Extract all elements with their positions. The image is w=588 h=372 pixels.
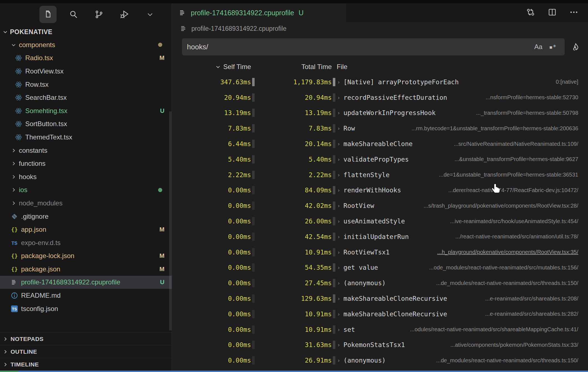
expand-chevron-icon[interactable]: ›	[338, 172, 339, 178]
file-location-link[interactable]: ...ive-reanimated/src/hook/useAnimatedSt…	[442, 218, 578, 225]
file-location-link[interactable]: 0:[native]	[548, 79, 578, 85]
explorer-icon[interactable]	[39, 6, 57, 23]
profile-row[interactable]: 0.00ms42.02ms›RootView...s/trash_playgro…	[172, 198, 588, 213]
file-location-link[interactable]: ...rm.bytecode=1&unstable_transformProfi…	[403, 125, 578, 132]
tree-item-tsconfig-json[interactable]: TStsconfig.json	[0, 302, 172, 315]
profile-row[interactable]: 347.63ms1,179.83ms›[Native] arrayPrototy…	[172, 74, 588, 90]
tree-item-app-json[interactable]: {}app.jsonM	[0, 223, 172, 236]
tree-item-rootview-tsx[interactable]: RootView.tsx	[0, 65, 172, 78]
file-location-link[interactable]: ...de_modules/react-native-reanimated/sr…	[428, 357, 578, 364]
file-location-link[interactable]: ...de_modules/react-native-reanimated/sr…	[428, 280, 578, 286]
file-location-link[interactable]: ...nsformProfile=hermes-stable:52730	[477, 94, 578, 101]
profile-row[interactable]: 7.83ms7.83ms›Row...rm.bytecode=1&unstabl…	[172, 121, 588, 136]
expand-chevron-icon[interactable]: ›	[338, 357, 339, 363]
file-location-link[interactable]: ..._transformProfile=hermes-stable:50798	[468, 110, 578, 116]
file-location-link[interactable]: ...&unstable_transformProfile=hermes-sta…	[446, 156, 578, 162]
expand-chevron-icon[interactable]: ›	[338, 327, 339, 333]
expand-chevron-icon[interactable]: ›	[338, 218, 339, 224]
tree-item-package-lock-json[interactable]: {}package-lock.jsonM	[0, 249, 172, 263]
profile-row[interactable]: 0.00ms31.63ms›PokemonStatsTsx1...ative/c…	[172, 337, 588, 353]
expand-chevron-icon[interactable]: ›	[338, 141, 339, 147]
regex-toggle[interactable]: ▪*	[546, 42, 560, 52]
tree-item-ios[interactable]: ios	[0, 184, 172, 197]
file-location-link[interactable]: ...e-reanimated/src/shareables.ts:282/	[477, 311, 578, 317]
profile-row[interactable]: 6.44ms20.14ms›makeShareableClone...src/N…	[172, 136, 588, 152]
profile-row[interactable]: 5.40ms5.40ms›validatePropTypes...&unstab…	[172, 152, 588, 167]
expand-chevron-icon[interactable]: ›	[338, 280, 339, 286]
expand-chevron-icon[interactable]: ›	[338, 249, 339, 255]
filter-input[interactable]	[187, 43, 531, 51]
tree-item-row-tsx[interactable]: Row.tsx	[0, 78, 172, 91]
tree-item-searchbar-tsx[interactable]: SearchBar.tsx	[0, 91, 172, 104]
column-header-self-time[interactable]: Self Time	[172, 63, 251, 71]
file-location-link[interactable]: ...s/trash_playground/pokenative/compone…	[415, 203, 578, 209]
profile-row[interactable]: 0.00ms42.54ms›initialUpdaterRun.../react…	[172, 229, 588, 244]
profile-row[interactable]: 0.00ms26.91ms›executeOnUIRuntimeSync...t…	[172, 368, 588, 371]
profile-row[interactable]: 0.00ms10.91ms›makeShareableCloneRecursiv…	[172, 306, 588, 322]
chevron-down-icon[interactable]	[141, 6, 159, 23]
profile-row[interactable]: 0.00ms26.00ms›useAnimatedStyle...ive-rea…	[172, 213, 588, 229]
expand-chevron-icon[interactable]: ›	[338, 311, 339, 317]
tab-cpuprofile[interactable]: profile-1741689314922.cpuprofile U	[172, 3, 346, 22]
column-header-file[interactable]: File	[336, 63, 588, 71]
tree-item-constants[interactable]: constants	[0, 144, 172, 157]
expand-chevron-icon[interactable]: ›	[338, 342, 339, 348]
profile-row[interactable]: 0.00ms10.91ms›set...odules/react-native-…	[172, 322, 588, 337]
profile-row[interactable]: 20.94ms20.94ms›recordPassiveEffectDurati…	[172, 90, 588, 105]
tree-item-readme-md[interactable]: README.md	[0, 289, 172, 302]
open-changes-icon[interactable]	[526, 7, 535, 18]
file-location-link[interactable]: ...derer/react-native-74-77/ReactFabric-…	[440, 187, 578, 193]
section-outline[interactable]: OUTLINE	[0, 345, 172, 358]
section-notepads[interactable]: NOTEPADS	[0, 332, 172, 345]
expand-chevron-icon[interactable]: ›	[338, 110, 339, 116]
more-actions-icon[interactable]	[569, 7, 579, 18]
sidebar-scrollbar[interactable]	[169, 111, 172, 330]
profile-row[interactable]: 13.19ms13.19ms›updateWorkInProgressHook.…	[172, 105, 588, 121]
source-control-icon[interactable]	[90, 6, 108, 23]
split-editor-icon[interactable]	[548, 7, 557, 18]
tree-item-themedtext-tsx[interactable]: ThemedText.tsx	[0, 131, 172, 144]
file-location-link[interactable]: ...odules/react-native-reanimated/src/sh…	[402, 326, 578, 333]
expand-chevron-icon[interactable]: ›	[338, 203, 339, 209]
profile-row[interactable]: 2.22ms2.22ms›flattenStyle...de=1&unstabl…	[172, 167, 588, 183]
file-location-link[interactable]: ...src/NativeReanimated/NativeReanimated…	[445, 141, 578, 147]
profile-row[interactable]: 0.00ms54.35ms›get value...ode_modules/re…	[172, 260, 588, 276]
expand-chevron-icon[interactable]: ›	[338, 295, 339, 302]
tree-item-package-json[interactable]: {}package.jsonM	[0, 263, 172, 276]
flame-graph-icon[interactable]	[571, 42, 580, 52]
run-debug-icon[interactable]	[116, 6, 133, 23]
match-case-toggle[interactable]: Aa	[531, 41, 546, 52]
file-location-link[interactable]: ...h_playground/pokenative/components/Ro…	[429, 249, 578, 255]
file-location-link[interactable]: ...ode_modules/react-native-reanimated/s…	[421, 264, 578, 271]
expand-chevron-icon[interactable]: ›	[338, 264, 339, 271]
profile-row[interactable]: 0.00ms26.91ms›(anonymous)...de_modules/r…	[172, 353, 588, 368]
expand-chevron-icon[interactable]: ›	[338, 234, 339, 240]
file-location-link[interactable]: .../react-native-reanimated/src/animatio…	[447, 233, 578, 240]
breadcrumb[interactable]: profile-1741689314922.cpuprofile	[172, 22, 588, 35]
tree-item-somehting-tsx[interactable]: Somehting.tsxU	[0, 104, 172, 118]
tree-item-node-modules[interactable]: node_modules	[0, 197, 172, 210]
tree-item-profile-1741689314922-cpuprofile[interactable]: profile-1741689314922.cpuprofileU	[0, 276, 172, 289]
expand-chevron-icon[interactable]: ›	[338, 79, 339, 85]
column-header-total-time[interactable]: Total Time	[256, 63, 332, 71]
tree-item-radio-tsx[interactable]: Radio.tsxM	[0, 52, 172, 65]
expand-chevron-icon[interactable]: ›	[338, 125, 339, 131]
tree-item-hooks[interactable]: hooks	[0, 170, 172, 184]
file-location-link[interactable]: ...e-reanimated/src/shareables.ts:208/	[477, 295, 578, 302]
profile-row[interactable]: 0.00ms84.09ms›renderWithHooks...derer/re…	[172, 183, 588, 198]
file-location-link[interactable]: ...de=1&unstable_transformProfile=hermes…	[430, 172, 578, 178]
tree-item--gitignore[interactable]: .gitignore	[0, 210, 172, 223]
tree-item-functions[interactable]: functions	[0, 157, 172, 170]
tree-item-components[interactable]: components	[0, 38, 172, 52]
profile-row[interactable]: 0.00ms129.63ms›makeShareableCloneRecursi…	[172, 291, 588, 306]
expand-chevron-icon[interactable]: ›	[338, 187, 339, 193]
profile-row[interactable]: 0.00ms27.45ms›(anonymous)...de_modules/r…	[172, 275, 588, 291]
file-location-link[interactable]: ...ative/components/pokemon/PokemonStats…	[442, 342, 578, 348]
tree-item-sortbutton-tsx[interactable]: SortButton.tsx	[0, 118, 172, 131]
expand-chevron-icon[interactable]: ›	[338, 95, 339, 101]
expand-chevron-icon[interactable]: ›	[338, 156, 339, 162]
explorer-root-header[interactable]: POKENATIVE	[0, 26, 172, 38]
section-timeline[interactable]: TIMELINE	[0, 358, 172, 371]
search-icon[interactable]	[65, 6, 82, 23]
profile-row[interactable]: 0.00ms10.91ms›RootViewTsx1...h_playgroun…	[172, 244, 588, 260]
